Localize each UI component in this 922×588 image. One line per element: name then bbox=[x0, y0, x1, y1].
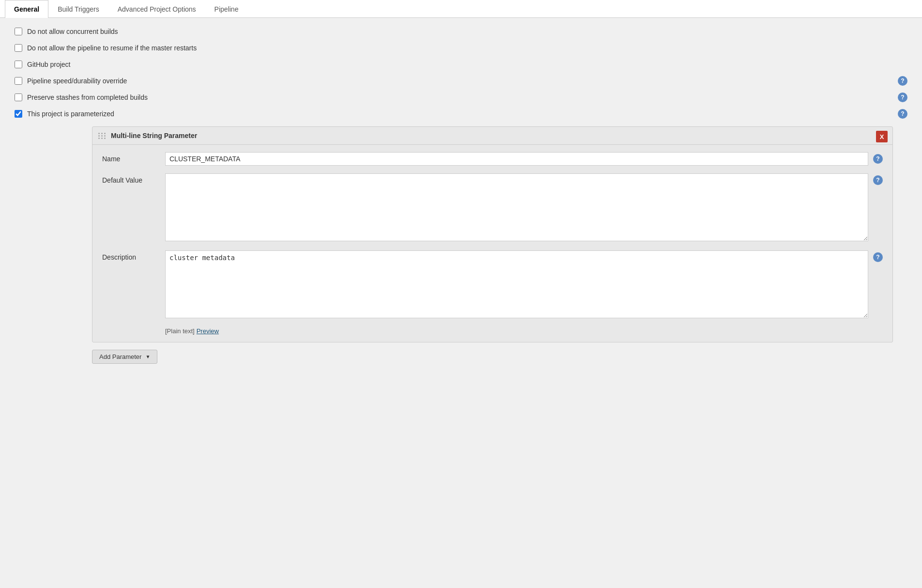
dropdown-arrow-icon: ▼ bbox=[145, 354, 150, 359]
name-label: Name bbox=[102, 152, 165, 163]
form-row-name: Name ? bbox=[102, 152, 883, 166]
checkbox-no-concurrent-builds[interactable] bbox=[15, 28, 22, 35]
help-icon-parameterized[interactable]: ? bbox=[898, 109, 907, 119]
help-icon-description[interactable]: ? bbox=[873, 252, 883, 262]
tab-pipeline[interactable]: Pipeline bbox=[205, 0, 248, 18]
description-wrap: cluster metadata bbox=[165, 250, 868, 320]
checkbox-pipeline-speed[interactable] bbox=[15, 77, 22, 85]
close-parameter-button[interactable]: X bbox=[876, 131, 888, 142]
help-icon-default-value[interactable]: ? bbox=[873, 175, 883, 185]
name-input[interactable] bbox=[165, 152, 868, 166]
help-icon-preserve-stashes[interactable]: ? bbox=[898, 93, 907, 102]
option-label-preserve-stashes: Preserve stashes from completed builds bbox=[27, 93, 148, 101]
checkbox-github-project[interactable] bbox=[15, 61, 22, 68]
default-value-input[interactable] bbox=[165, 173, 868, 241]
tab-advanced-project-options[interactable]: Advanced Project Options bbox=[108, 0, 205, 18]
main-content: Do not allow concurrent builds Do not al… bbox=[0, 18, 922, 584]
option-row-no-concurrent-builds: Do not allow concurrent builds bbox=[15, 28, 907, 35]
checkbox-parameterized[interactable] bbox=[15, 110, 22, 118]
tab-build-triggers[interactable]: Build Triggers bbox=[48, 0, 108, 18]
parameter-container: Multi-line String Parameter X Name ? Def… bbox=[92, 126, 893, 342]
param-title: Multi-line String Parameter bbox=[111, 132, 197, 139]
option-label-parameterized: This project is parameterized bbox=[27, 110, 114, 118]
parameter-body: Name ? Default Value ? Description clust… bbox=[92, 145, 892, 342]
name-input-wrap bbox=[165, 152, 868, 166]
drag-handle[interactable] bbox=[98, 133, 106, 139]
help-icon-name[interactable]: ? bbox=[873, 154, 883, 164]
default-value-wrap bbox=[165, 173, 868, 243]
option-row-preserve-stashes: Preserve stashes from completed builds ? bbox=[15, 93, 907, 101]
checkbox-preserve-stashes[interactable] bbox=[15, 93, 22, 101]
option-label-github-project: GitHub project bbox=[27, 61, 70, 68]
option-label-no-concurrent-builds: Do not allow concurrent builds bbox=[27, 28, 118, 35]
option-label-pipeline-speed: Pipeline speed/durability override bbox=[27, 77, 127, 85]
default-value-label: Default Value bbox=[102, 173, 165, 184]
option-row-github-project: GitHub project bbox=[15, 61, 907, 68]
form-row-description: Description cluster metadata ? bbox=[102, 250, 883, 320]
parameter-header: Multi-line String Parameter X bbox=[92, 127, 892, 145]
add-parameter-label: Add Parameter bbox=[99, 353, 141, 360]
add-parameter-button[interactable]: Add Parameter ▼ bbox=[92, 350, 157, 364]
plain-text-label: [Plain text] bbox=[165, 327, 195, 335]
description-input[interactable]: cluster metadata bbox=[165, 250, 868, 318]
tab-general[interactable]: General bbox=[5, 0, 48, 18]
checkbox-no-resume-pipeline[interactable] bbox=[15, 44, 22, 52]
tab-bar: General Build Triggers Advanced Project … bbox=[0, 0, 922, 18]
plain-text-row: [Plain text] Preview bbox=[165, 327, 883, 335]
option-row-no-resume-pipeline: Do not allow the pipeline to resume if t… bbox=[15, 44, 907, 52]
option-row-parameterized: This project is parameterized ? bbox=[15, 110, 907, 118]
form-row-default-value: Default Value ? bbox=[102, 173, 883, 243]
option-row-pipeline-speed: Pipeline speed/durability override ? bbox=[15, 77, 907, 85]
help-icon-pipeline-speed[interactable]: ? bbox=[898, 76, 907, 86]
option-label-no-resume-pipeline: Do not allow the pipeline to resume if t… bbox=[27, 44, 197, 52]
preview-link[interactable]: Preview bbox=[197, 327, 219, 335]
description-label: Description bbox=[102, 250, 165, 261]
